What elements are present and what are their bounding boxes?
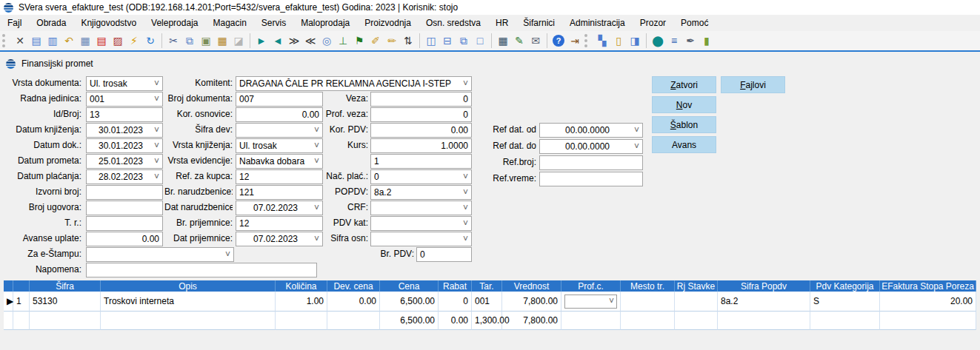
grid-header-prof-c-[interactable]: Prof.c. [561, 280, 621, 292]
chevron-down-icon[interactable]: ˅ [463, 220, 468, 227]
grid-header-blank-0[interactable] [4, 280, 13, 292]
chevron-down-icon[interactable]: ˅ [634, 143, 639, 150]
film-icon[interactable]: ▦ [215, 33, 230, 48]
nov-button[interactable]: Nov [652, 96, 716, 113]
vrsta-knjizenja-combo[interactable]: Ul. trosak˅ [236, 138, 323, 153]
datum-prometa-date-field[interactable]: 25.01.2023˅ [86, 154, 163, 169]
grid-cell-sifra[interactable]: 53130 [30, 292, 101, 312]
broj-dokumenta-field[interactable]: 007 [236, 92, 323, 107]
new-window-icon[interactable]: □ [473, 33, 487, 48]
prof-veza-field[interactable]: 0 [370, 107, 472, 122]
datum-dok-date-field[interactable]: 30.01.2023˅ [86, 138, 163, 153]
menu-item--ifarnici[interactable]: Šifarnici [516, 16, 562, 30]
zatvori-button[interactable]: Zatvori [652, 76, 716, 93]
sifra-dev-combo[interactable]: ˅ [236, 123, 323, 138]
help-icon[interactable]: ? [553, 35, 564, 47]
next-record-icon[interactable]: ► [254, 33, 269, 48]
menu-item-proizvodnja[interactable]: Proizvodnja [357, 16, 419, 30]
avans-button[interactable]: Avans [652, 136, 716, 153]
print-preview-icon[interactable]: ▥ [45, 33, 60, 48]
menu-item-fajl[interactable]: Fajl [0, 16, 29, 30]
chevron-down-icon[interactable]: ˅ [154, 173, 159, 181]
dat-narudzbenice-date-field[interactable]: 07.02.2023˅ [236, 201, 323, 215]
grid-header-cena[interactable]: Cena [380, 280, 439, 292]
grid-cell-dev-cena[interactable]: 0.00 [327, 292, 380, 312]
datum-placanja-date-field[interactable]: 28.02.2023˅ [86, 169, 163, 184]
chevron-down-icon[interactable]: ˅ [154, 158, 159, 165]
grid-cell-mesto-tr[interactable] [621, 292, 675, 312]
nac-plac-combo[interactable]: 0˅ [370, 169, 472, 184]
veza-field[interactable]: 0 [370, 92, 472, 107]
chevron-down-icon[interactable]: ˅ [463, 235, 468, 243]
brush-icon[interactable]: ✐ [368, 33, 383, 48]
kor-pdv-field[interactable]: 0.00 [370, 123, 472, 138]
chevron-down-icon[interactable]: ˅ [154, 95, 159, 103]
calculator-icon[interactable]: ▦ [496, 33, 510, 48]
menu-item-knjigovodstvo[interactable]: Knjigovodstvo [73, 16, 144, 30]
menu-item-maloprodaja[interactable]: Maloprodaja [293, 16, 357, 30]
vrsta-dokumenta-combo[interactable]: Ul. trosak˅ [86, 76, 163, 91]
chevron-down-icon[interactable]: ˅ [154, 80, 159, 87]
print-icon[interactable]: ▦ [78, 33, 93, 48]
ref-vreme-field[interactable] [539, 172, 643, 186]
close-icon[interactable]: ✕ [13, 33, 27, 48]
less-icon[interactable]: ≪ [303, 33, 318, 48]
ref-dat-do-date-field[interactable]: 00.00.0000˅ [539, 139, 643, 154]
list-icon[interactable]: ≡ [667, 33, 681, 48]
pdv-kat-combo[interactable]: ˅ [370, 216, 472, 231]
ref-za-kupca-field[interactable]: 12 [236, 169, 323, 184]
refresh-icon[interactable]: ↻ [143, 33, 158, 48]
logout-icon[interactable]: ◨ [627, 33, 642, 48]
exit-icon[interactable]: ⇥ [567, 33, 582, 48]
eraser-icon[interactable]: ◪ [231, 33, 246, 48]
kurs-field[interactable]: 1.0000 [370, 138, 472, 153]
grid-cell-efaktura-stopa[interactable]: 20.00 [880, 292, 976, 312]
crf-combo[interactable]: ˅ [370, 201, 472, 215]
kor-osnovice-field[interactable]: 0.00 [236, 107, 323, 122]
komitent-combo[interactable]: DRAGANA ČALE PR REKLAMNA AGENCIJA I-STEP… [236, 76, 472, 91]
save-icon[interactable]: ▤ [29, 33, 44, 48]
scroll-icon[interactable]: ▯ [611, 33, 626, 48]
grid-header-opis[interactable]: Opis [101, 280, 276, 292]
chevron-down-icon[interactable]: ˅ [225, 251, 230, 258]
chevron-down-icon[interactable]: ˅ [463, 173, 468, 181]
chevron-down-icon[interactable]: ˅ [463, 189, 468, 196]
id-broj-field[interactable]: 13 [86, 107, 163, 122]
radna-jedinica-combo[interactable]: 001˅ [86, 92, 163, 107]
grid-cell-pdv-kategorija[interactable]: S [810, 292, 880, 312]
tile-vertical-icon[interactable]: ◫ [424, 33, 439, 48]
sablon-button[interactable]: Šablon [652, 116, 716, 133]
grid-header-mesto-tr-[interactable]: Mesto tr. [621, 280, 675, 292]
pdf-export-icon[interactable]: ▤ [94, 33, 109, 48]
cut-icon[interactable]: ✂ [166, 33, 181, 48]
grid-header-sifra-popdv[interactable]: Sifra Popdv [718, 280, 810, 292]
br-prijemnice-field[interactable]: 12 [236, 216, 323, 231]
za-e-stampu-combo[interactable]: ˅ [86, 247, 234, 262]
undo-icon[interactable]: ↶ [61, 33, 76, 48]
grid-cell-cena[interactable]: 6,500.00 [380, 292, 439, 312]
grid-header--ifra[interactable]: Šifra [30, 280, 101, 292]
izvorni-broj-field[interactable] [86, 185, 163, 200]
find-document-icon[interactable]: ◎ [319, 33, 334, 48]
napomena-field[interactable] [86, 263, 317, 277]
broj-ugovora-field[interactable] [86, 201, 163, 215]
grid-cell-tar[interactable]: 001 [472, 292, 502, 312]
menu-item-veleprodaja[interactable]: Veleprodaja [144, 16, 205, 30]
grid-header-efaktura-stopa-poreza[interactable]: EFaktura Stopa Poreza [880, 280, 976, 292]
menu-item-administracija[interactable]: Administracija [562, 16, 633, 30]
greater-icon[interactable]: ≫ [287, 33, 301, 48]
database-icon[interactable]: ⬤ [650, 33, 665, 48]
datum-knjizenja-date-field[interactable]: 30.01.2023˅ [86, 123, 163, 138]
grid-header-koli-ina[interactable]: Količina [276, 280, 327, 292]
signature-icon[interactable]: ✒ [683, 33, 698, 48]
menu-item-osn-sredstva[interactable]: Osn. sredstva [419, 16, 488, 30]
flag-icon[interactable]: ⚑ [352, 33, 367, 48]
grid-cell-prof-c[interactable]: ˅ [561, 292, 621, 312]
chevron-down-icon[interactable]: ˅ [314, 158, 319, 165]
chevron-down-icon[interactable]: ˅ [154, 127, 159, 134]
menu-item-servis[interactable]: Servis [254, 16, 293, 30]
grid-header-blank-1[interactable] [13, 280, 30, 292]
chevron-down-icon[interactable]: ˅ [463, 204, 468, 212]
copy-icon[interactable]: ⧉ [182, 33, 197, 48]
t-r-field[interactable] [86, 216, 163, 231]
